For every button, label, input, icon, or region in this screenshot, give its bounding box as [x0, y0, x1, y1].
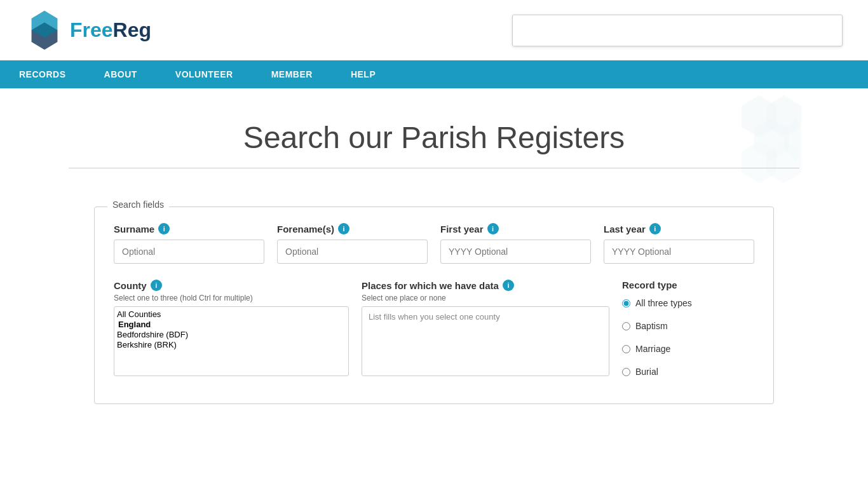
- radio-baptism[interactable]: [622, 322, 630, 330]
- county-option-all[interactable]: All Counties: [117, 309, 346, 320]
- form-row-location: County i Select one to three (hold Ctrl …: [114, 280, 754, 384]
- places-label: Places for which we have data i: [362, 280, 609, 291]
- search-fields-legend: Search fields: [107, 200, 169, 210]
- surname-input[interactable]: [114, 240, 264, 264]
- places-placeholder-text: List fills when you select one county: [369, 312, 500, 322]
- county-option-brk[interactable]: Berkshire (BRK): [117, 340, 346, 350]
- surname-label: Surname i: [114, 223, 264, 234]
- places-sub-label: Select one place or none: [362, 294, 609, 302]
- first-year-info-icon[interactable]: i: [487, 223, 499, 234]
- record-type-group: Record type All three types Baptism Marr…: [622, 280, 754, 384]
- county-group: County i Select one to three (hold Ctrl …: [114, 280, 349, 377]
- county-option-bdf[interactable]: Bedfordshire (BDF): [117, 330, 346, 340]
- last-year-input[interactable]: [604, 240, 754, 264]
- radio-label-baptism[interactable]: Baptism: [622, 321, 754, 331]
- logo: FreeReg: [25, 10, 151, 51]
- county-info-icon[interactable]: i: [151, 280, 162, 291]
- radio-label-all[interactable]: All three types: [622, 298, 754, 308]
- radio-marriage[interactable]: [622, 345, 630, 353]
- header-search-input[interactable]: [512, 15, 843, 46]
- last-year-group: Last year i: [604, 223, 754, 264]
- search-container: Search fields Surname i Forename(s) i Fi…: [69, 194, 799, 430]
- radio-burial[interactable]: [622, 368, 630, 376]
- county-sub-label: Select one to three (hold Ctrl for multi…: [114, 294, 349, 302]
- header: FreeReg: [0, 0, 868, 60]
- logo-reg: Reg: [113, 18, 151, 41]
- logo-free: Free: [70, 18, 113, 41]
- first-year-group: First year i: [440, 223, 591, 264]
- places-group: Places for which we have data i Select o…: [362, 280, 609, 376]
- nav-help[interactable]: HELP: [332, 60, 395, 88]
- radio-label-marriage[interactable]: Marriage: [622, 344, 754, 354]
- surname-info-icon[interactable]: i: [158, 223, 170, 234]
- last-year-label: Last year i: [604, 223, 754, 234]
- form-row-names: Surname i Forename(s) i First year i: [114, 223, 754, 264]
- forenames-info-icon[interactable]: i: [338, 223, 349, 234]
- hero-divider: [69, 168, 799, 168]
- page-title: Search our Parish Registers: [13, 120, 855, 155]
- forenames-input[interactable]: [277, 240, 428, 264]
- radio-label-burial[interactable]: Burial: [622, 367, 754, 377]
- radio-burial-text: Burial: [635, 367, 658, 377]
- surname-group: Surname i: [114, 223, 264, 264]
- forenames-group: Forename(s) i: [277, 223, 428, 264]
- nav-volunteer[interactable]: VOLUNTEER: [156, 60, 252, 88]
- record-type-label: Record type: [622, 280, 754, 290]
- forenames-label: Forename(s) i: [277, 223, 428, 234]
- logo-icon: [25, 10, 64, 51]
- hero-section: Search our Parish Registers: [0, 88, 868, 194]
- county-label: County i: [114, 280, 349, 291]
- first-year-input[interactable]: [440, 240, 591, 264]
- radio-all[interactable]: [622, 299, 630, 308]
- nav-about[interactable]: ABOUT: [85, 60, 156, 88]
- nav-records[interactable]: RECORDS: [0, 60, 85, 88]
- first-year-label: First year i: [440, 223, 591, 234]
- search-fields-box: Search fields Surname i Forename(s) i Fi…: [94, 207, 774, 404]
- radio-baptism-text: Baptism: [635, 321, 668, 331]
- places-list: List fills when you select one county: [362, 306, 609, 376]
- county-select[interactable]: All Counties Bedfordshire (BDF) Berkshir…: [114, 306, 349, 376]
- logo-text: FreeReg: [70, 18, 151, 42]
- last-year-info-icon[interactable]: i: [649, 223, 661, 234]
- radio-all-text: All three types: [635, 298, 692, 308]
- radio-group: All three types Baptism Marriage Burial: [622, 298, 754, 384]
- places-info-icon[interactable]: i: [503, 280, 514, 291]
- nav-member[interactable]: MEMBER: [252, 60, 332, 88]
- radio-marriage-text: Marriage: [635, 344, 670, 354]
- main-nav: RECORDS ABOUT VOLUNTEER MEMBER HELP: [0, 60, 868, 88]
- county-optgroup-england: Bedfordshire (BDF) Berkshire (BRK): [117, 320, 346, 350]
